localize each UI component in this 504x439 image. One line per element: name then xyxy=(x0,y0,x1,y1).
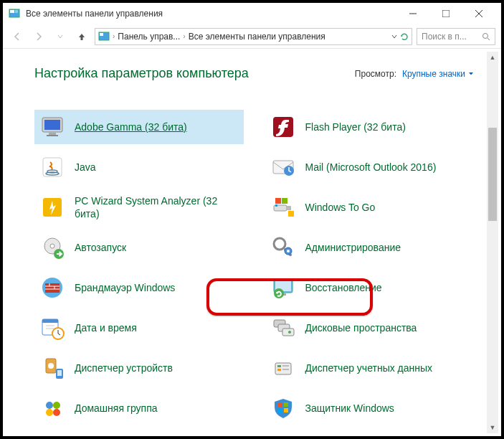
svg-rect-67 xyxy=(278,402,282,407)
defender-icon xyxy=(271,396,295,420)
control-panel-icon xyxy=(9,8,20,19)
item-pc-wizard[interactable]: PC Wizard System Analyzer (32 бита) xyxy=(34,190,244,225)
svg-rect-26 xyxy=(275,204,277,207)
item-homegroup[interactable]: Домашняя группа xyxy=(34,391,244,425)
item-credential-manager[interactable]: Диспетчер учетных данных xyxy=(265,351,475,385)
svg-point-53 xyxy=(288,331,291,334)
credmgr-icon xyxy=(271,356,295,380)
item-java[interactable]: Java xyxy=(34,150,244,184)
breadcrumb[interactable]: › Панель управ... › Все элементы панели … xyxy=(95,28,412,45)
svg-point-31 xyxy=(274,238,285,250)
svg-rect-27 xyxy=(288,211,294,217)
item-label: Flash Player (32 бита) xyxy=(305,121,406,133)
svg-point-9 xyxy=(483,33,488,38)
item-windows-defender[interactable]: Защитник Windows xyxy=(265,391,475,425)
flash-icon xyxy=(271,115,295,139)
svg-rect-23 xyxy=(287,206,291,210)
item-label: PC Wizard System Analyzer (32 бита) xyxy=(75,194,238,220)
scroll-down-icon[interactable]: ▼ xyxy=(487,422,498,433)
item-label: Администрирование xyxy=(305,241,401,254)
svg-point-34 xyxy=(287,250,290,252)
item-label: Диспетчер учетных данных xyxy=(305,362,433,374)
breadcrumb-dropdown[interactable] xyxy=(391,32,409,41)
control-panel-icon xyxy=(98,31,110,42)
svg-rect-14 xyxy=(47,135,58,136)
item-mail[interactable]: Mail (Microsoft Outlook 2016) xyxy=(265,150,475,184)
back-button[interactable] xyxy=(9,28,26,45)
svg-rect-25 xyxy=(282,198,287,204)
item-label: Windows To Go xyxy=(305,201,376,214)
recent-dropdown[interactable] xyxy=(52,28,69,45)
svg-rect-13 xyxy=(49,133,56,135)
item-label: Защитник Windows xyxy=(305,402,394,415)
item-windows-to-go[interactable]: Windows To Go xyxy=(265,190,475,225)
svg-point-63 xyxy=(46,402,53,409)
scroll-up-icon[interactable]: ▲ xyxy=(487,52,498,63)
item-recovery[interactable]: Восстановление xyxy=(265,270,475,305)
maximize-button[interactable] xyxy=(429,3,462,24)
java-icon xyxy=(40,155,65,179)
scrollbar[interactable]: ▲ ▼ xyxy=(487,52,498,433)
chevron-right-icon[interactable]: › xyxy=(113,32,115,40)
close-button[interactable] xyxy=(462,3,495,24)
item-label: Брандмауэр Windows xyxy=(75,281,175,294)
view-label: Просмотр: xyxy=(355,69,396,79)
titlebar: Все элементы панели управления xyxy=(3,3,501,24)
item-label: Диспетчер устройств xyxy=(75,362,173,374)
svg-rect-62 xyxy=(282,369,289,370)
item-label: Восстановление xyxy=(305,281,382,294)
svg-rect-12 xyxy=(44,120,60,130)
window-title: Все элементы панели управления xyxy=(26,9,396,19)
item-label: Java xyxy=(75,161,96,174)
recovery-icon xyxy=(271,275,295,300)
svg-point-44 xyxy=(274,288,284,298)
page-title: Настройка параметров компьютера xyxy=(34,66,249,81)
storage-icon xyxy=(271,316,295,340)
wtg-icon xyxy=(271,195,295,220)
svg-point-55 xyxy=(48,363,54,369)
page-header: Настройка параметров компьютера Просмотр… xyxy=(34,66,474,81)
item-label: Дата и время xyxy=(75,321,137,334)
svg-rect-4 xyxy=(442,10,450,17)
window-buttons xyxy=(396,3,495,24)
breadcrumb-item[interactable]: Панель управ... xyxy=(118,32,180,42)
search-icon xyxy=(482,32,490,41)
item-firewall[interactable]: Брандмауэр Windows xyxy=(34,270,244,305)
svg-point-29 xyxy=(50,244,54,248)
item-device-manager[interactable]: Диспетчер устройств xyxy=(34,351,244,385)
svg-rect-1 xyxy=(10,10,14,13)
navbar: › Панель управ... › Все элементы панели … xyxy=(3,24,501,49)
svg-point-64 xyxy=(53,402,60,409)
admin-icon xyxy=(271,235,295,260)
homegroup-icon xyxy=(40,396,65,420)
item-storage-spaces[interactable]: Дисковые пространства xyxy=(265,311,475,345)
view-dropdown[interactable]: Крупные значки xyxy=(402,69,474,79)
item-adobe-gamma[interactable]: Adobe Gamma (32 бита) xyxy=(34,110,244,144)
scroll-thumb[interactable] xyxy=(488,128,497,221)
svg-rect-61 xyxy=(277,369,281,371)
search-input[interactable]: Поиск в п... xyxy=(417,28,495,45)
svg-line-10 xyxy=(488,38,490,40)
item-date-time[interactable]: Дата и время xyxy=(34,311,244,345)
firewall-icon xyxy=(40,275,65,300)
breadcrumb-item[interactable]: Все элементы панели управления xyxy=(189,32,325,42)
minimize-button[interactable] xyxy=(396,3,429,24)
svg-rect-57 xyxy=(57,370,62,376)
content-area: Настройка параметров компьютера Просмотр… xyxy=(3,52,501,436)
chevron-right-icon[interactable]: › xyxy=(183,32,185,40)
item-label: Mail (Microsoft Outlook 2016) xyxy=(305,161,437,174)
datetime-icon xyxy=(40,316,65,340)
up-button[interactable] xyxy=(73,28,90,45)
items-grid: Adobe Gamma (32 бита) Flash Player (32 б… xyxy=(34,110,474,425)
forward-button[interactable] xyxy=(30,28,47,45)
item-label: Дисковые пространства xyxy=(305,321,417,334)
item-flash-player[interactable]: Flash Player (32 бита) xyxy=(265,110,475,144)
svg-rect-36 xyxy=(45,283,60,293)
item-autoplay[interactable]: Автозапуск xyxy=(34,230,244,265)
autoplay-icon xyxy=(40,235,65,260)
svg-rect-70 xyxy=(284,408,288,412)
control-panel-window: Все элементы панели управления › Панель … xyxy=(0,0,504,439)
mail-icon xyxy=(271,155,295,179)
svg-point-65 xyxy=(46,409,53,416)
item-admin-tools[interactable]: Администрирование xyxy=(265,230,475,265)
